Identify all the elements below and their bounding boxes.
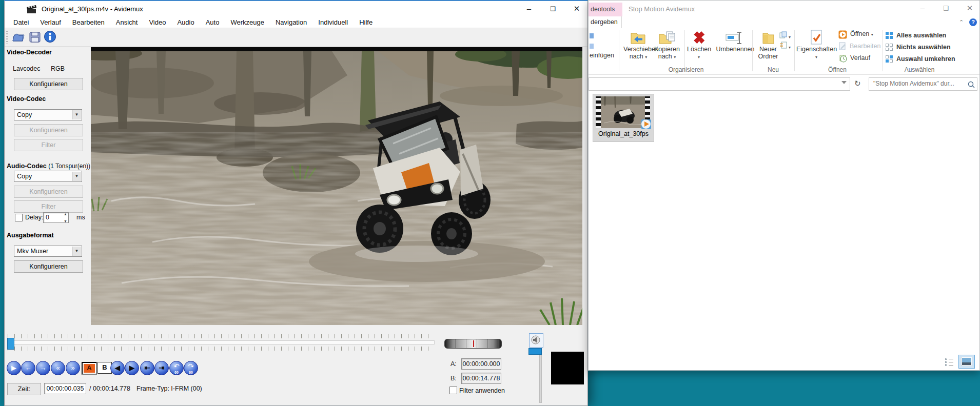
clapperboard-icon xyxy=(26,4,37,14)
move-to-icon xyxy=(630,30,647,46)
next-frame-button[interactable]: ▶ xyxy=(125,361,139,375)
menu-verlauf[interactable]: Verlauf xyxy=(34,18,66,26)
fast-forward-button[interactable]: » xyxy=(66,361,80,375)
menu-video[interactable]: Video xyxy=(143,18,171,26)
minimize-button[interactable]: – xyxy=(521,3,537,14)
properties-button[interactable]: Eigenschaften▾ xyxy=(796,29,836,61)
menu-individuell[interactable]: Individuell xyxy=(312,18,354,26)
vu-meter xyxy=(551,352,584,384)
details-view-button[interactable] xyxy=(945,358,953,366)
menu-werkzeuge[interactable]: Werkzeuge xyxy=(225,18,270,26)
rgb-label[interactable]: RGB xyxy=(51,65,65,72)
set-marker-a-button[interactable]: A xyxy=(82,362,97,375)
large-icons-view-button[interactable] xyxy=(958,355,975,369)
video-frame xyxy=(91,47,582,325)
dropdown-arrow-icon: ▾ xyxy=(871,32,873,37)
move-to-button[interactable]: Verschiebennach ▾ xyxy=(623,30,653,61)
select-all-button[interactable]: Alles auswählen xyxy=(886,31,946,39)
explorer-maximize-button[interactable]: ❑ xyxy=(938,3,954,14)
menu-auto[interactable]: Auto xyxy=(200,18,225,26)
copy-to-button[interactable]: Kopierennach ▾ xyxy=(653,30,681,61)
edit-button: Bearbeiten xyxy=(838,42,880,50)
apply-filter-label: Filter anwenden xyxy=(459,387,505,394)
new-folder-button[interactable]: NeuerOrdner xyxy=(756,30,780,60)
dropdown-arrow-icon: ▾ xyxy=(645,55,647,59)
decoder-configure-button[interactable]: Konfigurieren xyxy=(14,78,83,90)
history-button[interactable]: Verlauf xyxy=(838,54,870,62)
copy-to-icon xyxy=(658,30,676,46)
video-codec-select[interactable]: Copy▼ xyxy=(14,109,82,120)
avidemux-titlebar[interactable]: Original_at_30fps.m4v - Avidemux – ❑ ✕ xyxy=(5,1,587,17)
group-new: Neu xyxy=(758,66,789,73)
refresh-icon[interactable]: ↻ xyxy=(854,79,861,88)
delay-label: Delay: xyxy=(25,214,43,221)
invert-selection-button[interactable]: Auswahl umkehren xyxy=(886,55,955,63)
delay-checkbox[interactable] xyxy=(15,214,23,221)
open-button[interactable]: Öffnen ▾ xyxy=(838,30,873,38)
shuttle-wheel[interactable] xyxy=(444,339,502,349)
search-box[interactable] xyxy=(869,77,977,91)
address-bar[interactable] xyxy=(589,77,850,91)
spinner-down-icon[interactable]: ▼ xyxy=(64,219,67,223)
tab-wiedergeben[interactable]: dergeben xyxy=(589,16,622,28)
paste-button[interactable]: einfügen xyxy=(590,52,614,59)
volume-slider[interactable] xyxy=(539,349,542,403)
menu-datei[interactable]: Datei xyxy=(8,18,34,26)
delay-spinner[interactable]: 0 ▲ ▼ xyxy=(43,212,69,223)
easy-access-button[interactable]: ▾ xyxy=(779,42,791,50)
explorer-close-button[interactable]: ✕ xyxy=(962,3,977,14)
search-input[interactable] xyxy=(872,79,964,88)
maximize-button[interactable]: ❑ xyxy=(545,3,561,14)
time-button[interactable]: Zeit: xyxy=(7,383,41,395)
menu-audio[interactable]: Audio xyxy=(171,18,200,26)
file-item[interactable]: Original_at_30fps xyxy=(593,94,654,142)
prev-frame-button[interactable]: ◀ xyxy=(110,361,125,375)
menu-bearbeiten[interactable]: Bearbeiten xyxy=(67,18,110,26)
paste-icon-2 xyxy=(590,44,594,49)
help-icon[interactable]: ? xyxy=(969,18,977,26)
save-icon[interactable] xyxy=(28,31,42,43)
info-icon[interactable] xyxy=(44,30,56,43)
timeline-ticks-bottom xyxy=(8,347,435,351)
volume-handle[interactable] xyxy=(528,348,542,355)
lavcodec-label[interactable]: Lavcodec xyxy=(13,65,41,72)
last-frame-button[interactable]: ⇥ xyxy=(154,361,169,375)
forward-60-button[interactable]: ↷60 xyxy=(184,361,198,375)
select-none-button[interactable]: Nichts auswählen xyxy=(886,43,951,51)
timeline-slider[interactable] xyxy=(8,340,435,344)
video-filter-button: Filter xyxy=(14,139,83,151)
delete-button[interactable]: Löschen▾ xyxy=(687,30,711,61)
toolbar-grip[interactable] xyxy=(6,31,8,44)
apply-filter-checkbox[interactable] xyxy=(449,387,457,394)
rename-icon xyxy=(725,30,746,46)
first-frame-button[interactable]: ⇤ xyxy=(140,361,154,375)
play-filtered-button[interactable]: → xyxy=(36,361,50,375)
audio-codec-select[interactable]: Copy▼ xyxy=(14,171,82,182)
close-button[interactable]: ✕ xyxy=(569,3,584,14)
collapse-ribbon-icon[interactable]: ⌃ xyxy=(959,19,964,26)
set-marker-b-button[interactable]: B xyxy=(97,362,112,374)
video-preview xyxy=(91,47,582,325)
stop-button[interactable]: ← xyxy=(21,361,35,375)
play-button[interactable]: ▶ xyxy=(7,361,21,375)
menu-ansicht[interactable]: Ansicht xyxy=(110,18,144,26)
explorer-minimize-button[interactable]: – xyxy=(915,3,930,14)
toolbar xyxy=(5,29,587,47)
spinner-up-icon[interactable]: ▲ xyxy=(64,212,67,216)
back-60-button[interactable]: ↶60 xyxy=(169,361,184,375)
dropdown-arrow-icon: ▾ xyxy=(698,55,700,59)
easy-access-icon xyxy=(779,42,789,49)
output-format-select[interactable]: Mkv Muxer▼ xyxy=(14,246,82,257)
menu-hilfe[interactable]: Hilfe xyxy=(354,18,378,26)
rewind-button[interactable]: « xyxy=(51,361,65,375)
audio-filter-button: Filter xyxy=(14,200,83,213)
tab-videotools[interactable]: deotools xyxy=(589,3,622,16)
mute-button[interactable] xyxy=(529,333,543,348)
new-item-button[interactable]: ▾ xyxy=(779,31,791,40)
output-configure-button[interactable]: Konfigurieren xyxy=(14,260,83,273)
address-dropdown-icon[interactable] xyxy=(841,81,847,84)
current-time-field[interactable]: 00:00:00.035 xyxy=(44,383,86,394)
menu-navigation[interactable]: Navigation xyxy=(270,18,312,26)
search-icon[interactable] xyxy=(968,81,975,88)
open-file-icon[interactable] xyxy=(12,31,26,43)
